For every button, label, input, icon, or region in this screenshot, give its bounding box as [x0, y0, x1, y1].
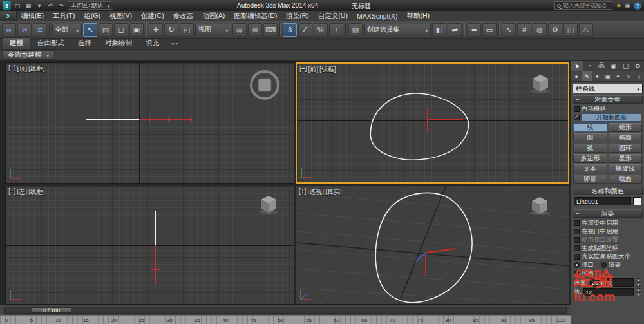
rendering-rollout-header[interactable]: 渲染 [573, 209, 643, 218]
percent-snap-icon[interactable]: % [314, 23, 328, 37]
tab-motion-icon[interactable]: ◉ [607, 61, 620, 71]
undo-icon[interactable]: ↶ [46, 1, 55, 10]
enable-in-renderer-checkbox[interactable] [574, 220, 580, 226]
menu-item[interactable]: 工具(T) [48, 11, 79, 21]
selection-filter-dropdown[interactable]: 全部 [52, 24, 82, 35]
renderer-radio[interactable] [601, 262, 607, 268]
object-color-swatch[interactable] [633, 197, 641, 205]
front-viewport-general-menu[interactable]: [+] [299, 65, 307, 74]
name-color-rollout-header[interactable]: 名称和颜色 [573, 187, 643, 195]
menu-item[interactable]: 编辑(E) [17, 11, 48, 21]
render-production-icon[interactable]: ♨ [579, 23, 593, 37]
tool-rectangle-button[interactable]: 矩形 [609, 123, 643, 132]
ribbon-tab-object-paint[interactable]: 对象绘制 [99, 38, 138, 49]
track-bar[interactable]: 0510152025303540455055606570758085909510… [0, 315, 571, 324]
ribbon-tab-modeling[interactable]: 建模 [3, 37, 30, 49]
left-viewport[interactable]: [+] [左] [线框] [5, 186, 294, 305]
ribbon-tab-selection[interactable]: 选择 [71, 38, 98, 49]
time-slider-thumb[interactable]: 0 / 100 [32, 307, 71, 313]
tool-star-button[interactable]: 星形 [609, 154, 643, 163]
menu-item[interactable]: 组(G) [79, 11, 105, 21]
help-icon[interactable]: ? [634, 2, 641, 10]
thickness-spinner[interactable]: ▲▼ [636, 278, 641, 287]
select-and-link-icon[interactable]: ∞ [2, 23, 16, 37]
mirror-icon[interactable]: ◧ [432, 23, 446, 37]
application-menu-button[interactable]: ϶ [0, 11, 17, 21]
layer-manager-icon[interactable]: ≣ [467, 23, 481, 37]
workspace-dropdown[interactable]: 工作区: 默认 [68, 1, 113, 10]
tool-section-button[interactable]: 截面 [609, 175, 643, 184]
curve-editor-icon[interactable]: ∿ [502, 23, 516, 37]
object-type-rollout-header[interactable]: 对象类型 [573, 95, 643, 104]
schematic-view-icon[interactable]: # [517, 23, 531, 37]
reference-coordinate-dropdown[interactable]: 视图 [195, 24, 231, 35]
redo-icon[interactable]: ↷ [57, 1, 66, 10]
category-helpers-icon[interactable]: ⌖ [613, 71, 623, 81]
window-crossing-toggle-icon[interactable]: ▣ [129, 23, 144, 37]
menu-item[interactable]: 动画(A) [198, 11, 229, 21]
favorites-star-icon[interactable]: ★ [616, 2, 621, 9]
perspective-viewport[interactable]: [+] [透视] [真实] [296, 186, 569, 305]
start-new-shape-checkbox[interactable] [574, 115, 580, 120]
bind-to-space-warp-icon[interactable]: ≋ [33, 23, 47, 37]
align-icon[interactable]: ⇌ [448, 23, 462, 37]
ribbon-options-icon[interactable]: ● ▾ [171, 41, 178, 46]
named-selection-sets-dropdown[interactable]: 创建选择集 [364, 24, 431, 35]
category-space-warps-icon[interactable]: ≈ [623, 71, 634, 81]
save-file-icon[interactable]: ▼ [35, 1, 44, 10]
tool-helix-button[interactable]: 螺旋线 [609, 164, 643, 173]
select-by-name-icon[interactable]: ▤ [99, 23, 113, 37]
sides-input[interactable]: 12 [583, 288, 634, 296]
viewcube-top-icon[interactable] [248, 68, 281, 102]
tool-circle-button[interactable]: 圆 [573, 133, 607, 142]
left-viewport-shading-label[interactable]: [线框] [28, 187, 45, 196]
viewcube-icon[interactable] [529, 73, 552, 93]
tool-egg-button[interactable]: 卵形 [573, 175, 607, 184]
graphite-ribbon-toggle-icon[interactable]: ▭ [482, 23, 497, 37]
tool-donut-button[interactable]: 圆环 [609, 144, 643, 153]
new-scene-icon[interactable]: ▢ [13, 1, 22, 10]
tab-display-icon[interactable]: ▢ [620, 61, 632, 71]
front-viewport[interactable]: [+] [前] [线框] [296, 62, 569, 184]
tool-ngon-button[interactable]: 多边形 [573, 154, 607, 163]
top-viewport-pov-label[interactable]: [顶] [17, 64, 27, 73]
angle-snap-icon[interactable]: ∠ [298, 23, 312, 37]
use-pivot-center-icon[interactable]: ◎ [232, 23, 247, 37]
snaps-toggle-3d-icon[interactable]: 3 [283, 23, 297, 37]
viewcube-icon[interactable] [528, 195, 551, 216]
tool-line-button[interactable]: 线 [573, 123, 607, 132]
shape-category-dropdown[interactable]: 样条线 [573, 84, 643, 93]
rectangular-selection-region-icon[interactable]: ◻ [114, 23, 128, 37]
radial-radio[interactable] [574, 271, 580, 276]
edit-named-selection-sets-icon[interactable]: ▧ [348, 23, 363, 37]
tool-arc-button[interactable]: 弧 [573, 144, 607, 153]
ribbon-tab-populate[interactable]: 填充 [139, 38, 166, 49]
thickness-input[interactable]: 25.4mm [590, 278, 634, 287]
category-shapes-icon[interactable]: ✎ [582, 71, 592, 81]
autogrid-checkbox[interactable] [574, 106, 580, 112]
communication-center-icon[interactable]: ◉ [625, 2, 630, 9]
time-slider-track[interactable]: 0 / 100 [4, 307, 567, 314]
menu-item[interactable]: 创建(C) [137, 11, 169, 21]
tool-ellipse-button[interactable]: 椭圆 [609, 133, 643, 142]
select-object-icon[interactable]: ↖ [83, 23, 97, 37]
menu-item[interactable]: 图形编辑器(D) [229, 11, 281, 21]
front-viewport-shading-label[interactable]: [线框] [319, 65, 336, 74]
tab-utilities-icon[interactable]: ⚙ [632, 61, 644, 71]
tab-hierarchy-icon[interactable]: 品 [596, 61, 608, 71]
ribbon-tab-freeform[interactable]: 自由形式 [31, 38, 71, 49]
front-viewport-pov-label[interactable]: [前] [308, 65, 318, 74]
menu-item[interactable]: 视图(V) [105, 11, 137, 21]
left-viewport-pov-label[interactable]: [左] [17, 187, 27, 196]
top-viewport[interactable]: [+] [顶] [线框] [5, 62, 294, 184]
menu-item[interactable]: 修改器 [169, 11, 198, 21]
keyboard-shortcut-override-icon[interactable]: ⌨ [263, 23, 278, 37]
tab-modify-icon[interactable]: ◔ [583, 61, 596, 71]
spinner-down-icon[interactable]: ▼ [636, 283, 641, 287]
sides-spinner[interactable]: ▲▼ [636, 288, 641, 296]
spinner-down-icon[interactable]: ▼ [636, 292, 641, 297]
enable-in-viewport-checkbox[interactable] [574, 229, 580, 234]
material-editor-icon[interactable]: ◍ [533, 23, 547, 37]
select-and-rotate-icon[interactable]: ↻ [164, 23, 178, 37]
category-lights-icon[interactable]: ✦ [592, 71, 602, 81]
